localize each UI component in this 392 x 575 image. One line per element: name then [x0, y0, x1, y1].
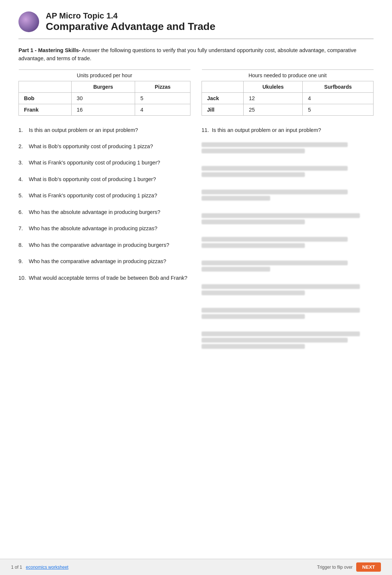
question-number: 10. [18, 274, 29, 282]
row-col1: 25 [244, 104, 303, 115]
blurred-answer-line [202, 331, 360, 336]
page-subtitle: AP Micro Topic 1.4 [46, 11, 216, 21]
question-text: Who has the absolute advantage in produc… [29, 208, 160, 216]
question-text: Is this an output problem or an input pr… [212, 126, 321, 134]
question-text: Is this an output problem or an input pr… [29, 126, 138, 134]
footer-link[interactable]: economics worksheet [26, 565, 68, 570]
question-text: What would acceptable terms of trade be … [29, 274, 188, 282]
header-text: AP Micro Topic 1.4 Comparative Advantage… [46, 11, 216, 33]
answer-block [202, 261, 374, 276]
row-col1: 16 [71, 104, 135, 115]
question-item: 11. Is this an output problem or an inpu… [202, 126, 374, 134]
row-col2: 4 [135, 104, 190, 115]
question-text: What is Bob's opportunity cost of produc… [29, 142, 153, 150]
left-table-col1-header: Burgers [71, 81, 135, 92]
left-table-caption: Units produced per hour [19, 69, 190, 81]
table-row: Frank 16 4 [19, 104, 190, 115]
blurred-answer-line [202, 261, 348, 265]
part-intro: Part 1 - Mastering Skills- Answer the fo… [18, 47, 374, 63]
right-table-block: Hours needed to produce one unit Ukulele… [202, 69, 374, 116]
question-item: 2. What is Bob's opportunity cost of pro… [18, 142, 190, 150]
right-table-header-row: Ukuleles Surfboards [202, 81, 374, 92]
answer-block [202, 142, 374, 158]
question-item: 8. Who has the comparative advantage in … [18, 241, 190, 249]
row-col2: 5 [303, 104, 374, 115]
question-number: 1. [18, 126, 29, 134]
blurred-answer-line [202, 243, 305, 248]
answer-block [202, 331, 374, 349]
question-text: What is Frank's opportunity cost of prod… [29, 159, 160, 167]
question-number: 2. [18, 142, 29, 150]
right-table-empty-header [202, 81, 244, 92]
blurred-answer-line [202, 284, 360, 289]
page-title: Comparative Advantage and Trade [46, 21, 216, 33]
footer-bar: 1 of 1 economics worksheet Trigger to fl… [0, 559, 392, 575]
footer-right-text: Trigger to flip over [317, 565, 353, 570]
blurred-answer-line [202, 166, 348, 171]
question-number: 7. [18, 224, 29, 232]
right-table-caption: Hours needed to produce one unit [202, 69, 374, 81]
blurred-answer-line [202, 172, 305, 177]
avatar-icon [18, 11, 39, 32]
part-label: Part 1 - Mastering Skills- [18, 47, 80, 53]
row-col1: 12 [244, 92, 303, 104]
table-row: Bob 30 5 [19, 92, 190, 104]
question-text: What is Bob's opportunity cost of produc… [29, 175, 156, 183]
blurred-answer-line [202, 290, 305, 295]
left-table-block: Units produced per hour Burgers Pizzas B… [18, 69, 190, 116]
blurred-answer-line [202, 338, 348, 343]
question-text: Who has the comparative advantage in pro… [29, 241, 169, 249]
left-table-empty-header [19, 81, 72, 92]
right-table: Hours needed to produce one unit Ukulele… [202, 69, 374, 116]
question-item: 10. What would acceptable terms of trade… [18, 274, 190, 282]
question-text: Who has the absolute advantage in produc… [29, 224, 157, 232]
row-col2: 5 [135, 92, 190, 104]
question-item: 7. Who has the absolute advantage in pro… [18, 224, 190, 232]
left-table-body: Bob 30 5 Frank 16 4 [19, 92, 190, 115]
blurred-answer-line [202, 149, 305, 153]
footer-left: 1 of 1 economics worksheet [11, 565, 68, 570]
question-text: What is Frank's opportunity cost of prod… [29, 191, 157, 200]
footer-page-info: 1 of 1 [11, 565, 22, 570]
right-table-col2-header: Surfboards [303, 81, 374, 92]
right-table-body: Jack 12 4 Jill 25 5 [202, 92, 374, 115]
left-table-caption-row: Units produced per hour [19, 69, 190, 81]
next-button[interactable]: NEXT [356, 562, 381, 572]
question-number: 4. [18, 175, 29, 183]
left-table: Units produced per hour Burgers Pizzas B… [18, 69, 190, 116]
question-number: 8. [18, 241, 29, 249]
answer-block [202, 190, 374, 205]
question-item: 6. Who has the absolute advantage in pro… [18, 208, 190, 216]
row-label: Frank [19, 104, 72, 115]
question-item: 9. Who has the comparative advantage in … [18, 257, 190, 265]
blurred-answer-line [202, 237, 348, 242]
answer-block [202, 308, 374, 323]
question-item: 4. What is Bob's opportunity cost of pro… [18, 175, 190, 183]
blurred-answer-line [202, 267, 270, 272]
page-header: AP Micro Topic 1.4 Comparative Advantage… [18, 11, 374, 39]
question-number: 5. [18, 191, 29, 200]
blurred-answer-line [202, 213, 360, 218]
tables-section: Units produced per hour Burgers Pizzas B… [18, 69, 374, 116]
blurred-answer-line [202, 308, 360, 313]
left-questions-col: 1. Is this an output problem or an input… [18, 126, 198, 357]
blurred-answer-line [202, 196, 270, 201]
blurred-answer-line [202, 344, 305, 349]
row-label: Bob [19, 92, 72, 104]
answer-block [202, 213, 374, 229]
question-text: Who has the comparative advantage in pro… [29, 257, 166, 265]
blurred-answer-line [202, 220, 305, 224]
row-col1: 30 [71, 92, 135, 104]
questions-section: 1. Is this an output problem or an input… [18, 126, 374, 357]
row-label: Jack [202, 92, 244, 104]
row-label: Jill [202, 104, 244, 115]
question-item: 5. What is Frank's opportunity cost of p… [18, 191, 190, 200]
question-item: 3. What is Frank's opportunity cost of p… [18, 159, 190, 167]
answer-block [202, 166, 374, 181]
blurred-answer-line [202, 314, 305, 319]
answer-block [202, 284, 374, 300]
question-item: 1. Is this an output problem or an input… [18, 126, 190, 134]
question-number: 9. [18, 257, 29, 265]
left-table-header-row: Burgers Pizzas [19, 81, 190, 92]
answer-block [202, 237, 374, 252]
